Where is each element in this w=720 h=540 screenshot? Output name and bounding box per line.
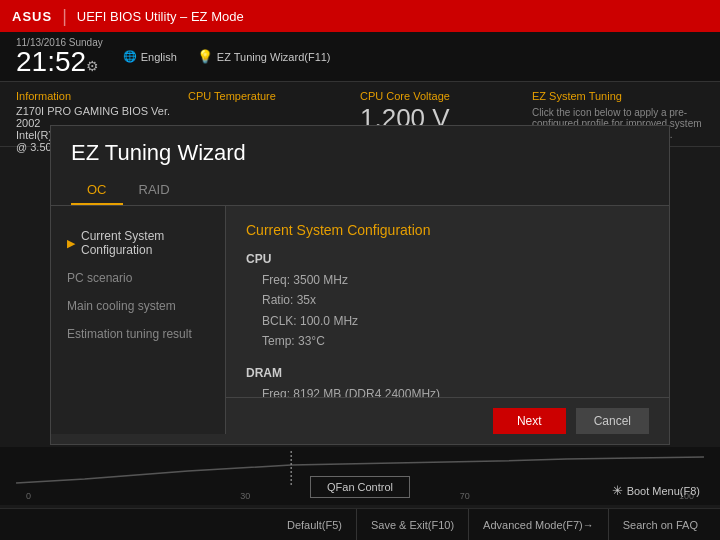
cpu-bclk: BCLK: 100.0 MHz bbox=[246, 311, 649, 331]
wizard-nav: ▶ Current System Configuration PC scenar… bbox=[51, 206, 226, 434]
content-title: Current System Configuration bbox=[246, 222, 649, 238]
bios-title: UEFI BIOS Utility – EZ Mode bbox=[77, 9, 244, 24]
wizard-title: EZ Tuning Wizard bbox=[71, 140, 649, 166]
top-bar: ASUS | UEFI BIOS Utility – EZ Mode bbox=[0, 0, 720, 32]
cpu-voltage-label: CPU Core Voltage bbox=[360, 90, 532, 102]
settings-icon[interactable]: ⚙ bbox=[86, 58, 99, 74]
ez-tuning-wizard-dialog: EZ Tuning Wizard OC RAID ▶ Current Syste… bbox=[50, 125, 670, 445]
fan-control-button[interactable]: QFan Control bbox=[310, 476, 410, 498]
graph-label-30: 30 bbox=[240, 491, 250, 501]
cpu-ratio: Ratio: 35x bbox=[246, 290, 649, 310]
tab-oc[interactable]: OC bbox=[71, 176, 123, 205]
nav-cooling-system[interactable]: Main cooling system bbox=[51, 292, 225, 320]
language-button[interactable]: 🌐 English bbox=[123, 50, 177, 63]
wizard-footer: Next Cancel bbox=[226, 397, 669, 444]
tab-raid[interactable]: RAID bbox=[123, 176, 186, 205]
wizard-tabs: OC RAID bbox=[71, 176, 649, 205]
snowflake-icon: ✳ bbox=[612, 483, 623, 498]
ez-system-label: EZ System Tuning bbox=[532, 90, 704, 102]
second-bar: 11/13/2016 Sunday 21:52⚙ 🌐 English 💡 EZ … bbox=[0, 32, 720, 82]
time-display: 21:52⚙ bbox=[16, 48, 103, 76]
save-exit-button[interactable]: Save & Exit(F10) bbox=[357, 509, 469, 540]
advanced-mode-button[interactable]: Advanced Mode(F7)→ bbox=[469, 509, 609, 540]
info-label: Information bbox=[16, 90, 188, 102]
cpu-freq: Freq: 3500 MHz bbox=[246, 270, 649, 290]
boot-menu-button[interactable]: ✳ Boot Menu(F8) bbox=[612, 483, 700, 498]
wizard-body: ▶ Current System Configuration PC scenar… bbox=[51, 206, 669, 434]
default-f5-button[interactable]: Default(F5) bbox=[273, 509, 357, 540]
globe-icon: 🌐 bbox=[123, 50, 137, 63]
graph-label-0: 0 bbox=[26, 491, 31, 501]
next-button[interactable]: Next bbox=[493, 408, 566, 434]
datetime-block: 11/13/2016 Sunday 21:52⚙ bbox=[16, 37, 103, 76]
cpu-config-section: CPU Freq: 3500 MHz Ratio: 35x BCLK: 100.… bbox=[246, 252, 649, 352]
nav-current-config[interactable]: ▶ Current System Configuration bbox=[51, 222, 225, 264]
bulb-icon: 💡 bbox=[197, 49, 213, 64]
cpu-temp: Temp: 33°C bbox=[246, 331, 649, 351]
cpu-temp-label: CPU Temperature bbox=[188, 90, 360, 102]
ez-tuning-wizard-button[interactable]: 💡 EZ Tuning Wizard(F11) bbox=[197, 49, 331, 64]
wizard-header: EZ Tuning Wizard OC RAID bbox=[51, 126, 669, 206]
status-bar: Default(F5) Save & Exit(F10) Advanced Mo… bbox=[0, 508, 720, 540]
search-faq-button[interactable]: Search on FAQ bbox=[609, 509, 712, 540]
cancel-button[interactable]: Cancel bbox=[576, 408, 649, 434]
divider: | bbox=[62, 6, 67, 27]
nav-arrow-icon: ▶ bbox=[67, 237, 75, 250]
cpu-category-label: CPU bbox=[246, 252, 649, 266]
dram-category-label: DRAM bbox=[246, 366, 649, 380]
nav-pc-scenario[interactable]: PC scenario bbox=[51, 264, 225, 292]
graph-label-70: 70 bbox=[460, 491, 470, 501]
nav-estimation-result[interactable]: Estimation tuning result bbox=[51, 320, 225, 348]
asus-logo: ASUS bbox=[12, 9, 52, 24]
